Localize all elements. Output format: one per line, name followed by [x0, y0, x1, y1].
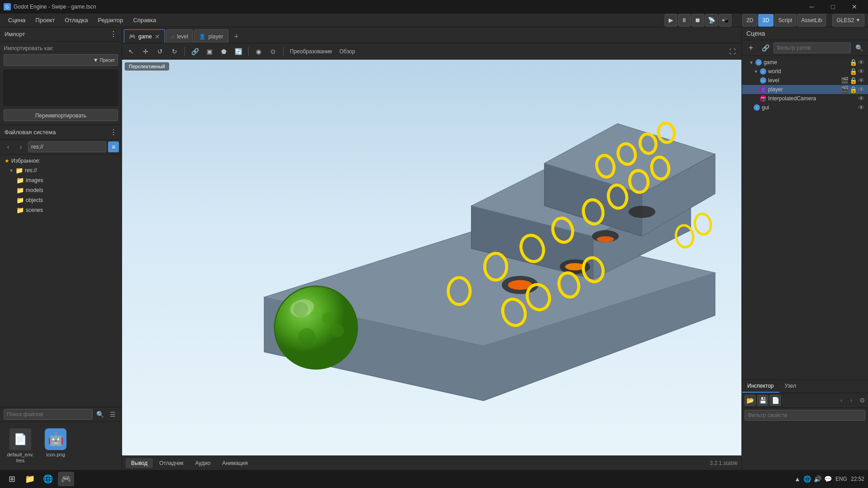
- menu-scene[interactable]: Сцена: [4, 15, 30, 25]
- script-button[interactable]: Script: [774, 14, 797, 27]
- close-button[interactable]: ✕: [844, 0, 864, 14]
- inspector-tab-inspector[interactable]: Инспектор: [742, 380, 779, 393]
- renderer-button[interactable]: GLES2 ▼: [832, 14, 864, 27]
- tray-arrow-icon[interactable]: ▲: [794, 475, 801, 483]
- mode-3d-button[interactable]: 3D: [758, 14, 773, 27]
- tab-level[interactable]: ○ level: [166, 29, 193, 43]
- scene-filter-input[interactable]: [774, 42, 851, 53]
- fs-forward-button[interactable]: ›: [15, 141, 26, 152]
- player-lock-icon[interactable]: 🔒: [849, 86, 857, 93]
- menu-debug[interactable]: Отладка: [60, 15, 92, 25]
- transform-label[interactable]: Преобразование: [287, 48, 335, 55]
- import-type-dropdown[interactable]: ▼ Пресет: [4, 54, 118, 66]
- add-node-button[interactable]: +: [745, 42, 757, 54]
- grid-button[interactable]: ▣: [203, 46, 216, 57]
- tray-speaker-icon[interactable]: 🔊: [814, 475, 821, 483]
- fs-back-button[interactable]: ‹: [3, 141, 14, 152]
- tab-audio[interactable]: Аудио: [190, 458, 216, 468]
- tree-item-res[interactable]: ▼ 📁 res://: [0, 165, 122, 175]
- scene-node-world[interactable]: ▼ ○ world 🔒 👁: [742, 67, 868, 76]
- assetlib-button[interactable]: AssetLib: [797, 14, 826, 27]
- tree-item-objects[interactable]: 📁 objects: [0, 195, 122, 205]
- player-film-icon[interactable]: 🎬: [841, 86, 849, 93]
- fullscreen-button[interactable]: ⛶: [726, 46, 739, 57]
- inspector-back-button[interactable]: ‹: [837, 396, 846, 405]
- tab-game-close[interactable]: ✕: [155, 33, 160, 40]
- scene-node-level[interactable]: ○ level 🎬 🔒 👁: [742, 76, 868, 85]
- world-lock-icon[interactable]: 🔒: [849, 68, 857, 75]
- game-lock-icon[interactable]: 🔒: [849, 59, 857, 66]
- pause-button[interactable]: ⏸: [678, 14, 691, 27]
- link-node-button[interactable]: 🔗: [759, 42, 772, 54]
- rotate-mode-button[interactable]: ↺: [154, 46, 166, 57]
- scale-mode-button[interactable]: ↻: [168, 46, 181, 57]
- reimport-button[interactable]: Переимпортировать: [4, 109, 118, 121]
- scene-node-camera[interactable]: 📷 InterpolatedCamera 👁: [742, 94, 868, 103]
- 3d-viewport[interactable]: Перспективный: [122, 60, 741, 455]
- minimize-button[interactable]: ─: [802, 0, 822, 14]
- file-item-icon[interactable]: 🤖 icon.png: [40, 427, 71, 465]
- menu-project[interactable]: Проект: [31, 15, 59, 25]
- level-lock-icon[interactable]: 🔒: [849, 77, 857, 84]
- player-eye-icon[interactable]: 👁: [858, 86, 864, 93]
- scene-node-game[interactable]: ▼ ○ game 🔒 👁: [742, 58, 868, 67]
- inspector-save-button[interactable]: 💾: [757, 395, 768, 406]
- local-space-button[interactable]: ⬟: [217, 46, 230, 57]
- taskbar-explorer[interactable]: 📁: [22, 472, 38, 486]
- tree-item-images[interactable]: 📁 images: [0, 175, 122, 185]
- tab-game[interactable]: 🎮 game ✕: [124, 29, 165, 43]
- scene-search-button[interactable]: 🔍: [853, 42, 865, 54]
- snap-button[interactable]: 🔗: [189, 46, 201, 57]
- tray-network-icon[interactable]: 🌐: [803, 475, 811, 483]
- import-title: Импорт: [5, 31, 25, 38]
- tab-output[interactable]: Вывод: [126, 458, 153, 468]
- remote-debug-button[interactable]: 📡: [705, 14, 718, 27]
- fs-view-toggle-button[interactable]: ≡: [108, 141, 119, 152]
- mode-2d-button[interactable]: 2D: [742, 14, 757, 27]
- transform-center-button[interactable]: 🔄: [232, 46, 245, 57]
- deploy-button[interactable]: 📲: [719, 14, 731, 27]
- inspector-new-button[interactable]: 📄: [770, 395, 781, 406]
- camera-eye-icon[interactable]: 👁: [858, 95, 864, 102]
- inspector-tab-node[interactable]: Узел: [779, 380, 802, 393]
- scene-node-player[interactable]: 👤 player 🎬 🔒 👁: [742, 85, 868, 94]
- view-label[interactable]: Обзор: [337, 48, 358, 55]
- game-eye-icon[interactable]: 👁: [858, 59, 864, 66]
- file-item-default-env[interactable]: 📄 default_env.tres: [5, 427, 36, 465]
- tray-speech-icon[interactable]: 💬: [824, 475, 832, 483]
- move-mode-button[interactable]: ✛: [139, 46, 152, 57]
- taskbar-godot[interactable]: 🎮: [58, 472, 74, 486]
- tree-item-scenes[interactable]: 📁 scenes: [0, 205, 122, 215]
- fs-search-input[interactable]: [4, 409, 93, 420]
- world-eye-icon[interactable]: 👁: [858, 68, 864, 75]
- level-eye-icon[interactable]: 👁: [858, 77, 864, 84]
- node-icon-camera: 📷: [760, 95, 766, 102]
- filesystem-menu-icon[interactable]: ⋮: [110, 128, 117, 136]
- sun-button[interactable]: ⊙: [267, 46, 279, 57]
- import-menu-icon[interactable]: ⋮: [110, 30, 117, 38]
- fs-list-view-button[interactable]: ☰: [107, 409, 118, 420]
- inspector-load-button[interactable]: 📂: [745, 395, 755, 406]
- stop-button[interactable]: ⏹: [692, 14, 704, 27]
- maximize-button[interactable]: □: [823, 0, 843, 14]
- tab-player[interactable]: 👤 player: [194, 29, 228, 43]
- play-button[interactable]: ▶: [665, 14, 677, 27]
- tab-debugger[interactable]: Отладчик: [154, 458, 189, 468]
- inspector-forward-button[interactable]: ›: [847, 396, 856, 405]
- menu-help[interactable]: Справка: [129, 15, 161, 25]
- tab-animation[interactable]: Анимация: [217, 458, 253, 468]
- camera-button[interactable]: ◉: [252, 46, 265, 57]
- inspector-options-icon[interactable]: ⚙: [859, 397, 865, 404]
- level-film-icon[interactable]: 🎬: [841, 77, 849, 84]
- taskbar-browser[interactable]: 🌐: [40, 472, 56, 486]
- tree-item-models[interactable]: 📁 models: [0, 185, 122, 195]
- start-button[interactable]: ⊞: [4, 472, 20, 486]
- gui-eye-icon[interactable]: 👁: [858, 104, 864, 111]
- inspector-filter-input[interactable]: [745, 410, 865, 421]
- scene-panel-header: Сцена: [742, 27, 868, 40]
- select-mode-button[interactable]: ↖: [125, 46, 137, 57]
- menu-editor[interactable]: Редактор: [94, 15, 128, 25]
- scene-node-gui[interactable]: ○ gui 👁: [742, 103, 868, 112]
- add-tab-button[interactable]: +: [230, 30, 243, 43]
- search-icon[interactable]: 🔍: [94, 409, 105, 420]
